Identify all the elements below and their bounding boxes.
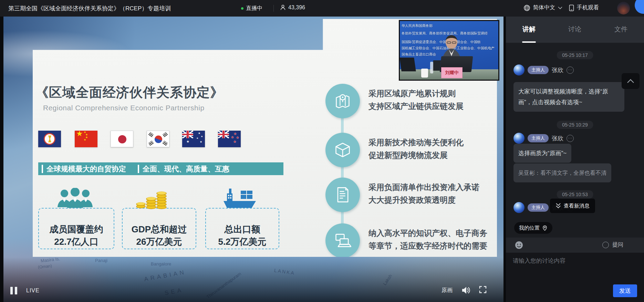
tab-discussion[interactable]: 讨论 [561,25,589,34]
stat-line2: 26万亿美元 [123,235,196,248]
laptop [399,58,416,71]
mug [421,69,428,78]
mobile-view-button[interactable]: 手机观看 [569,4,599,11]
presenter-video-inset: 华人民共和国商务部 务部外贸发展局、商务部投资促进局、商务部国际贸易经 国国际贸… [399,20,499,81]
chat-sidebar: 讲解 讨论 文件 05-25 10:17 主持人 张欣 ··· 大家可以调整视频… [506,17,644,302]
stat-line1: 成员国覆盖约 [39,223,114,235]
globe-icon [523,4,530,11]
chat-timestamp: 05-25 10:29 [557,121,593,129]
package-icon [334,141,352,159]
question-toggle[interactable]: 提问 [602,241,623,249]
live-status: 直播中 [241,5,262,12]
page-title: 第三期全国《区域全面经济伙伴关系协定》（RCEP）专题培训 [8,4,171,12]
host-badge: 主持人 [528,66,549,74]
fullscreen-button[interactable] [479,285,487,295]
banner-left-text: 全球规模最大的自贸协定 [46,164,126,174]
more-options-icon[interactable]: ··· [567,135,574,142]
chevron-down-icon [558,7,562,9]
quality-button[interactable]: 原画 [442,287,453,294]
sidebar-tabbar: 讲解 讨论 文件 [506,17,644,43]
pause-button[interactable] [10,287,17,294]
bullet-icon-circle [325,84,360,118]
language-label: 简体中文 [533,4,555,11]
top-bar: 第三期全国《区域全面经济伙伴关系协定》（RCEP）专题培训 直播中 43,396… [0,0,644,17]
chat-input[interactable] [513,257,637,284]
my-location-button[interactable]: 我的位置 [514,222,552,234]
video-player[interactable]: Masira Is. (Oman) ARABIAN SEA Panaji Ban… [3,17,503,302]
chat-toolbar: 提问 [506,238,644,253]
person-icon [280,4,286,11]
banner-bar [42,165,43,173]
live-badge: LIVE [26,288,40,294]
asean-flag [38,131,61,147]
mobile-view-label: 手机观看 [577,4,599,11]
bullet-line: 等章节，适应数字经济时代的需要 [368,240,496,252]
chat-input-area: 发送 [506,253,644,302]
chat-bubble: 选择画质为“原画”~ [513,144,571,163]
bullet-line: 采用负面清单作出投资准入承诺 [368,181,496,194]
map-label: LANKA [274,268,295,276]
map-label: SEA [164,286,184,296]
chat-bubble: 大家可以调整视频清晰度，选择“原画”，点击视频会有选项~ [513,82,624,112]
map-label: Bangalore [151,261,171,266]
australia-flag: ★ ★ ★ ★ ★ [182,131,205,147]
map-label: Panaji [95,258,107,263]
bullet-connector-line [341,102,344,241]
coins-icon [135,186,168,209]
scroll-up-button[interactable] [622,73,640,89]
send-button[interactable]: 发送 [613,284,637,297]
sender-name: 张欣 [552,134,563,142]
presenter-backdrop-text: 华人民共和国商务部 [402,23,433,28]
bullet-line: 促进新型跨境物流发展 [368,149,496,162]
location-pin-icon [542,225,548,231]
japan-flag [111,131,133,147]
bullet-line: 采用新技术推动海关便利化 [368,136,496,149]
china-flag: ★★★★★ [75,131,97,147]
banner-right-text: 全面、现代、高质量、互惠 [143,164,229,174]
bullet-text: 纳入高水平的知识产权、电子商务 等章节，适应数字经济时代的需要 [368,227,496,252]
bullet-text: 采用区域原产地累计规则 支持区域产业链供应链发展 [368,87,496,113]
map-label: Thiruvananthapuram [206,271,242,300]
emoji-button[interactable] [515,241,523,251]
volume-button[interactable] [461,286,470,296]
chevron-up-icon [627,79,634,83]
sender-name: 张欣 [552,66,563,74]
stat-line2: 22.7亿人口 [39,235,114,248]
tab-files[interactable]: 文件 [607,25,635,34]
language-selector[interactable]: 简体中文 [523,4,562,11]
map-label: (Oman) [38,263,52,270]
more-options-icon[interactable]: ··· [567,67,574,74]
slide-title: 《区域全面经济伙伴关系协定》 [35,84,224,101]
stat-line1: 总出口额 [206,223,279,235]
stat-members: 成员国覆盖约 22.7亿人口 [38,208,114,249]
presenter-name-card: 刘耀中 [441,67,463,78]
water-bottle [430,62,433,73]
bullet-line: 大大提升投资政策透明度 [368,194,496,207]
chat-timestamp: 05-25 10:53 [557,190,593,199]
question-radio[interactable] [602,242,609,248]
map-label: Laksh [382,273,393,286]
view-new-messages-button[interactable]: 查看新消息 [550,199,595,213]
stat-line1: GDP总和超过 [123,223,196,235]
bullet-icon-circle [325,133,360,167]
fullscreen-icon [479,285,487,294]
bullet-line: 支持区域产业链供应链发展 [368,100,496,113]
user-avatar[interactable] [617,2,630,14]
chat-message-header: 主持人 张欣 ··· [513,64,574,76]
divider [273,5,274,12]
viewer-count: 43,396 [280,4,305,11]
viewers-number: 43,396 [288,4,305,11]
bullet-icon-circle [325,223,360,258]
map-pin-icon [334,92,352,110]
bullet-line: 纳入高水平的知识产权、电子商务 [368,227,496,240]
my-location-label: 我的位置 [519,225,540,231]
bullet-line: 采用区域原产地累计规则 [368,87,496,100]
slide-banner: 全球规模最大的自贸协定 全面、现代、高质量、互惠 [38,162,283,175]
tab-explanation[interactable]: 讲解 [515,25,543,34]
floating-widget[interactable] [635,0,644,14]
host-badge: 主持人 [528,134,549,142]
stat-line2: 5.2万亿美元 [206,235,279,248]
map-label: Masira Is. [40,256,60,263]
slide-subtitle: Regional Comprehensive Economic Partners… [43,104,205,112]
south-korea-flag [147,131,169,147]
